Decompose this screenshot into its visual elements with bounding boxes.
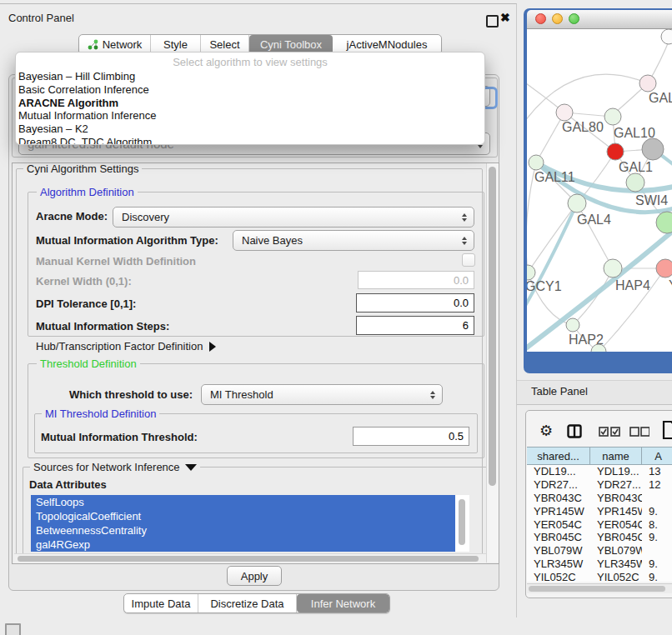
network-node[interactable] [661, 29, 672, 44]
mi-threshold-group-title: MI Threshold Definition [42, 408, 159, 420]
node-label: GAL4 [577, 212, 611, 227]
minimized-panel-icon[interactable] [5, 623, 21, 635]
tab-label: Select [209, 38, 239, 51]
network-edge[interactable] [528, 203, 577, 272]
aracne-mode-label: Aracne Mode: [36, 210, 108, 222]
table-row[interactable]: YDL19...YDL19...13 [527, 465, 672, 478]
network-node-gcy1[interactable] [527, 265, 535, 280]
threshold-definition-title: Threshold Definition [37, 358, 140, 370]
tab-label: Network [103, 38, 143, 51]
sources-group-title[interactable]: Sources for Network Inference [33, 461, 180, 473]
table-cell: YIL052C [527, 571, 590, 582]
table-row[interactable]: YPR145WYPR145W9. [527, 504, 672, 518]
table-panel-title: Table Panel [531, 385, 588, 398]
select-all-icon[interactable] [599, 427, 620, 437]
mi-threshold-field[interactable] [353, 427, 469, 446]
which-threshold-label: Which threshold to use: [69, 388, 193, 401]
float-panel-icon[interactable] [486, 15, 499, 28]
network-view-canvas[interactable]: GAL2GAL80GAL10GAL1GAL11SWI4GAL4GCY1HAP4Y… [527, 29, 672, 352]
network-node-gal10[interactable] [604, 108, 621, 125]
aracne-mode-value: Discovery [122, 211, 169, 223]
which-threshold-value: MI Threshold [210, 388, 273, 401]
network-node-y[interactable] [656, 259, 672, 278]
settings-hscrollbar[interactable] [14, 553, 486, 563]
table-cell: YER054C [590, 518, 642, 531]
network-icon [88, 39, 98, 50]
table-cell: YBR043C [527, 492, 590, 504]
manual-kernel-checkbox[interactable] [462, 253, 475, 267]
tab-infer-network[interactable]: Infer Network [297, 594, 389, 612]
column-header[interactable]: name [590, 447, 642, 465]
gear-icon[interactable]: ⚙ [538, 422, 554, 440]
algorithm-option[interactable]: Basic Correlation Inference [16, 83, 484, 97]
network-edge-highlighted[interactable] [527, 203, 577, 314]
hub-definition-expander[interactable]: Hub/Transcription Factor Definition [36, 340, 216, 352]
network-graph: GAL2GAL80GAL10GAL1GAL11SWI4GAL4GCY1HAP4Y… [527, 29, 672, 352]
data-attributes-list[interactable]: SelfLoopsTopologicalCoefficientBetweenne… [31, 495, 469, 552]
columns-icon[interactable] [567, 424, 582, 438]
dpi-tolerance-field[interactable] [356, 293, 474, 312]
network-window-titlebar[interactable] [527, 10, 672, 29]
attribute-item[interactable]: gal4RGexp [31, 538, 455, 552]
table-cell: YDL19... [590, 465, 642, 478]
network-node-gal1[interactable] [607, 143, 624, 160]
mi-steps-field[interactable] [356, 316, 474, 335]
algorithm-option[interactable]: ARACNE Algorithm [16, 97, 484, 110]
tab-label: Cyni Toolbox [260, 38, 322, 51]
table-row[interactable]: YER054CYER054C8. [527, 518, 672, 531]
mi-type-combobox[interactable]: Naive Bayes [233, 230, 474, 251]
network-node[interactable] [656, 212, 672, 233]
tab-discretize-data[interactable]: Discretize Data [198, 594, 297, 612]
node-label: HAP4 [615, 278, 650, 292]
aracne-mode-combobox[interactable]: Discovery [113, 207, 474, 228]
zoom-window-icon[interactable] [569, 13, 579, 24]
network-node-gal2[interactable] [639, 75, 656, 92]
data-attributes-label: Data Attributes [29, 478, 107, 491]
mi-threshold-label: Mutual Information Threshold: [41, 431, 198, 443]
table-row[interactable]: YBR045CYBR045C9. [527, 531, 672, 544]
table-row[interactable]: YDR27...YDR27...12 [527, 478, 672, 492]
deselect-all-icon[interactable] [629, 427, 649, 437]
node-label: GAL2 [649, 91, 672, 105]
close-window-icon[interactable] [535, 13, 546, 24]
attribute-item[interactable]: TopologicalCoefficient [31, 509, 455, 523]
combo-stepper-icon [462, 213, 467, 222]
algorithm-option[interactable]: Dream8 DC_TDC Algorithm [16, 136, 484, 145]
document-icon[interactable] [662, 420, 672, 440]
network-node-gal11[interactable] [529, 155, 544, 170]
table-hscrollbar[interactable] [527, 583, 672, 593]
node-label: GCY1 [527, 279, 562, 293]
attribute-item[interactable]: SelfLoops [31, 495, 455, 509]
network-node-gal4[interactable] [568, 194, 586, 212]
network-node-swi4[interactable] [626, 173, 644, 192]
close-panel-icon[interactable]: ✖ [500, 11, 510, 24]
network-node[interactable] [642, 138, 664, 160]
tab-label: Style [163, 38, 188, 51]
algorithm-option[interactable]: Bayesian – Hill Climbing [16, 70, 484, 83]
column-header[interactable]: A [642, 447, 672, 465]
attributes-scrollbar[interactable] [457, 495, 467, 552]
settings-vscrollbar[interactable] [486, 163, 499, 562]
network-node-hap4[interactable] [604, 259, 622, 278]
table-cell: YBL079W [527, 544, 590, 557]
minimize-window-icon[interactable] [552, 13, 563, 24]
network-node-gal80[interactable] [556, 104, 573, 121]
manual-kernel-label: Manual Kernel Width Definition [36, 255, 196, 268]
attribute-item[interactable]: BetweennessCentrality [31, 523, 455, 538]
table-row[interactable]: YBR043CYBR043C [527, 492, 672, 505]
algorithm-option[interactable]: Bayesian – K2 [16, 122, 484, 136]
algorithm-option[interactable]: Mutual Information Inference [16, 109, 484, 122]
apply-button[interactable]: Apply [227, 566, 282, 586]
which-threshold-combobox[interactable]: MI Threshold [201, 384, 443, 405]
column-header[interactable]: shared... [527, 447, 590, 465]
table-row[interactable]: YLR345WYLR345W9. [527, 558, 672, 571]
tab-impute-data[interactable]: Impute Data [124, 594, 198, 612]
network-node-hap2[interactable] [566, 318, 579, 332]
dropdown-placeholder: Select algorithm to view settings [16, 56, 484, 70]
table-row[interactable]: YBL079WYBL079W [527, 544, 672, 558]
table-cell: YLR345W [527, 558, 590, 570]
kernel-width-field[interactable] [358, 271, 474, 289]
table-row[interactable]: YIL052CYIL052C9. [527, 570, 672, 582]
table-cell: YIL052C [590, 571, 642, 582]
table-cell: YLR345W [590, 558, 642, 570]
